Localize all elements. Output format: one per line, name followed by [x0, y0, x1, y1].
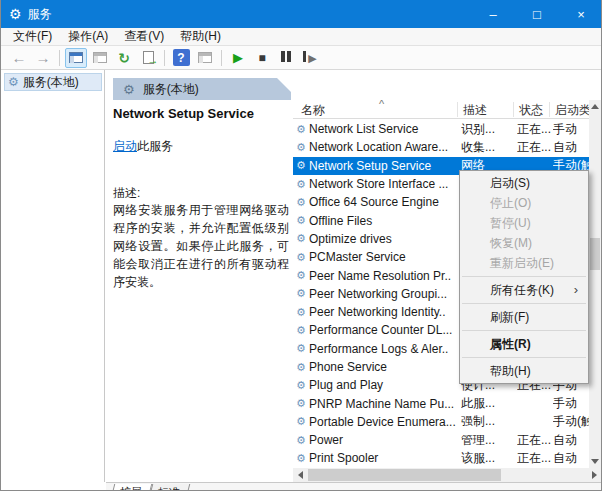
restart-service-button[interactable]: ▶ — [299, 48, 321, 68]
toolbar: ← → ↻ → ? ▶ ■ ▶ — [1, 46, 602, 70]
service-description-cell: 收集... — [461, 139, 517, 156]
service-gear-icon: ⚙ — [293, 306, 309, 319]
forward-button[interactable]: → — [32, 48, 54, 68]
menubar-item[interactable]: 操作(A) — [60, 28, 116, 45]
service-row[interactable]: ⚙Power管理...正在...自动 — [293, 431, 589, 449]
service-status-cell: 正在... — [517, 139, 553, 156]
submenu-arrow-icon: › — [574, 280, 578, 300]
up-arrow-icon — [591, 104, 599, 109]
context-menu-item[interactable]: 所有任务(K)› — [460, 280, 588, 300]
column-header-status[interactable]: 状态 — [519, 102, 543, 119]
maximize-button[interactable]: □ — [515, 0, 559, 28]
vertical-scroll-thumb[interactable] — [590, 238, 600, 270]
stop-service-button[interactable]: ■ — [251, 48, 273, 68]
scroll-right-button[interactable] — [587, 468, 601, 482]
start-service-button[interactable]: ▶ — [227, 48, 249, 68]
export-list-button[interactable]: → — [137, 48, 159, 68]
service-name-cell: Power — [309, 433, 461, 447]
service-name-cell: PNRP Machine Name Pu... — [309, 397, 461, 411]
minimize-button[interactable]: – — [471, 0, 515, 28]
service-name-cell: Offline Files — [309, 214, 461, 228]
services-gear-icon: ⚙ — [8, 75, 19, 89]
service-name-cell: Network Location Aware... — [309, 140, 461, 154]
down-arrow-icon — [591, 459, 599, 464]
export-list-icon: → — [143, 51, 154, 64]
service-gear-icon: ⚙ — [293, 287, 309, 300]
service-status-cell: 正在... — [517, 121, 553, 138]
refresh-toolbar-button[interactable]: ↻ — [113, 48, 135, 68]
menubar-item[interactable]: 帮助(H) — [172, 28, 229, 45]
service-gear-icon: ⚙ — [293, 342, 309, 355]
tree-item-label: 服务(本地) — [23, 74, 79, 91]
horizontal-scroll-thumb[interactable] — [308, 469, 501, 481]
service-name-cell: Peer Networking Identity.. — [309, 305, 461, 319]
pane-banner: ⚙ 服务(本地) — [113, 78, 291, 100]
services-gear-icon: ⚙ — [9, 6, 22, 22]
service-row[interactable]: ⚙Network Location Aware...收集...正在...自动 — [293, 138, 589, 156]
context-menu-item[interactable]: 启动(S) — [460, 173, 588, 193]
service-row[interactable]: ⚙Network List Service识别...正在...手动 — [293, 120, 589, 138]
tab-extended[interactable]: 扩展 — [110, 484, 152, 491]
context-menu-item[interactable]: 帮助(H) — [460, 361, 588, 381]
vertical-scrollbar[interactable] — [589, 100, 601, 468]
menubar-item[interactable]: 文件(F) — [5, 28, 60, 45]
show-console-tree-button[interactable] — [65, 48, 87, 68]
scroll-down-button[interactable] — [589, 455, 601, 468]
service-row[interactable]: ⚙Print Spooler该服...正在...自动 — [293, 449, 589, 467]
restart-icon: ▶ — [303, 51, 316, 65]
pause-service-button[interactable] — [275, 48, 297, 68]
help-toolbar-button[interactable]: ? — [170, 48, 192, 68]
close-button[interactable]: × — [559, 0, 602, 28]
service-row[interactable]: ⚙PNRP Machine Name Pu...此服...手动 — [293, 394, 589, 412]
service-gear-icon: ⚙ — [293, 434, 309, 447]
service-gear-icon: ⚙ — [293, 214, 309, 227]
service-startup-type-cell: 手动(触 — [553, 413, 589, 430]
service-name-cell: Peer Networking Groupi... — [309, 287, 461, 301]
service-gear-icon: ⚙ — [293, 141, 309, 154]
context-menu-item[interactable]: 刷新(F) — [460, 307, 588, 327]
tree-item-services-local[interactable]: ⚙ 服务(本地) — [4, 73, 102, 91]
service-name-cell: Optimize drives — [309, 232, 461, 246]
refresh-icon: ↻ — [118, 50, 130, 66]
scroll-up-button[interactable] — [589, 100, 601, 113]
column-header-startup-type[interactable]: 启动类 — [555, 102, 589, 119]
menubar-item[interactable]: 查看(V) — [116, 28, 172, 45]
start-service-link[interactable]: 启动 — [113, 139, 137, 153]
horizontal-scrollbar[interactable] — [293, 468, 601, 482]
service-name-cell: Print Spooler — [309, 451, 461, 465]
service-status-cell: 正在... — [517, 432, 553, 449]
toolbar-separator — [221, 50, 222, 66]
context-menu-item: 停止(O) — [460, 193, 588, 213]
service-gear-icon: ⚙ — [293, 123, 309, 136]
right-arrow-icon — [592, 471, 597, 479]
description-pane: ⚙ 服务(本地) Network Setup Service 启动此服务 描述:… — [111, 70, 293, 482]
service-startup-type-cell: 自动 — [553, 432, 589, 449]
caption-buttons: – □ × — [471, 0, 602, 28]
service-startup-type-cell: 手动 — [553, 395, 589, 412]
tab-standard[interactable]: 标准 — [148, 484, 190, 491]
help-icon: ? — [173, 49, 190, 66]
service-name-cell: Performance Counter DL... — [309, 323, 461, 337]
banner-corner-fold — [277, 78, 291, 92]
properties-toolbar-button[interactable] — [89, 48, 111, 68]
scroll-left-button[interactable] — [293, 468, 307, 482]
titlebar: ⚙ 服务 – □ × — [1, 0, 602, 28]
service-name-cell: Office 64 Source Engine — [309, 195, 461, 209]
column-header-description[interactable]: 描述 — [463, 102, 487, 119]
start-service-line: 启动此服务 — [113, 138, 173, 155]
toolbar-separator — [164, 50, 165, 66]
service-row[interactable]: ⚙Portable Device Enumera...强制...手动(触 — [293, 413, 589, 431]
service-name-cell: Performance Logs & Aler.. — [309, 342, 461, 356]
stop-icon: ■ — [258, 51, 265, 65]
back-button[interactable]: ← — [8, 48, 30, 68]
service-startup-type-cell: 自动 — [553, 139, 589, 156]
console-window-icon — [69, 52, 83, 63]
column-header-name[interactable]: 名称 — [301, 102, 325, 119]
context-menu-item[interactable]: 属性(R) — [460, 334, 588, 354]
service-name-cell: Network Store Interface ... — [309, 177, 461, 191]
context-menu-item: 重新启动(E) — [460, 253, 588, 273]
service-description-cell: 识别... — [461, 121, 517, 138]
service-name-cell: Peer Name Resolution Pr.. — [309, 269, 461, 283]
service-startup-type-cell: 手动 — [553, 121, 589, 138]
show-hide-pane-button[interactable] — [194, 48, 216, 68]
